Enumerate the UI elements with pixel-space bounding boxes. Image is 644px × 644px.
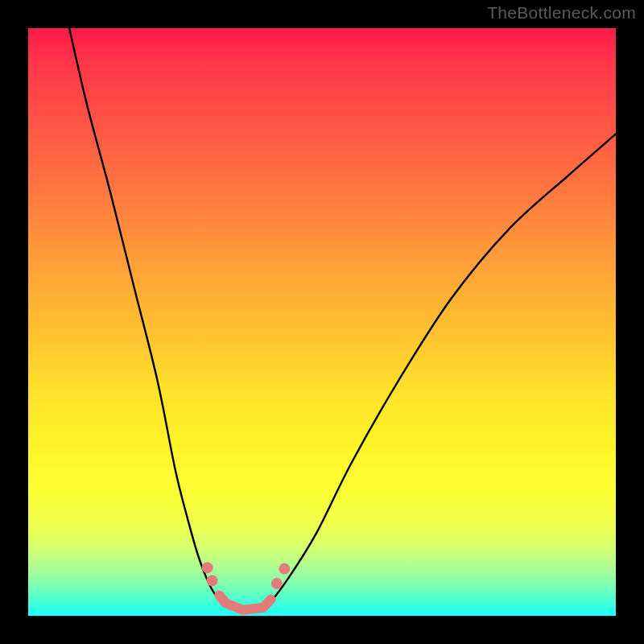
curve-markers — [202, 562, 291, 589]
chart-frame: TheBottleneck.com — [0, 0, 644, 644]
curve-marker — [279, 564, 290, 575]
chart-svg — [28, 28, 616, 616]
attribution-text: TheBottleneck.com — [487, 3, 636, 23]
curve-marker — [206, 575, 217, 586]
curve-marker — [202, 562, 213, 573]
right-curve — [269, 134, 616, 604]
valley-markers — [219, 595, 270, 609]
left-curve — [69, 28, 222, 604]
curve-marker — [271, 578, 283, 589]
valley-segment — [263, 600, 270, 608]
